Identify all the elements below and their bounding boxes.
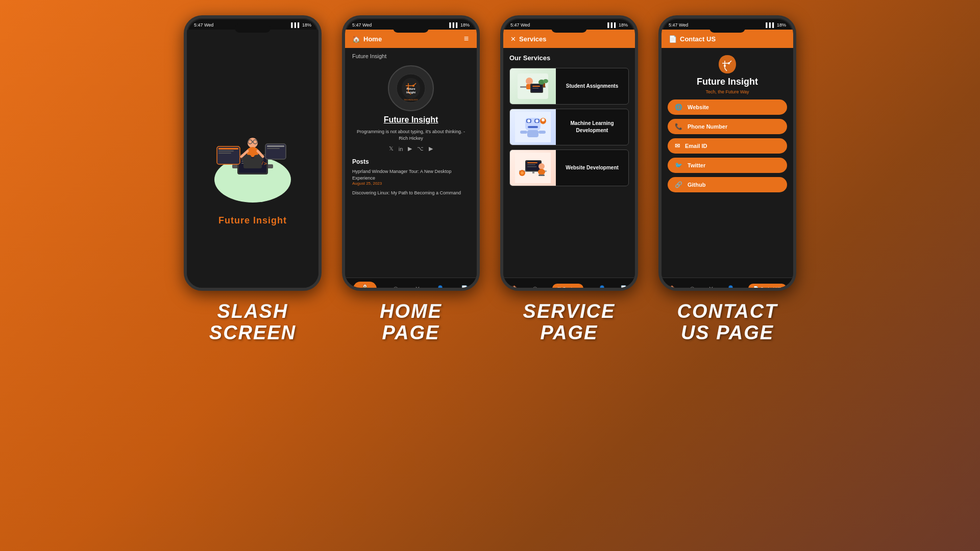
svg-rect-10	[218, 151, 234, 152]
svg-rect-64	[527, 166, 536, 167]
home-tagline: Programming is not about typing, it's ab…	[352, 129, 470, 141]
services-section-title: Our Services	[509, 54, 629, 62]
svg-point-67	[538, 169, 545, 175]
service-card-2[interactable]: Machine Learning Development	[509, 109, 629, 145]
contact-tagline: Tech, the Future Way	[705, 89, 749, 94]
contact-signal: ▌▌▌ 18%	[766, 22, 786, 28]
svg-point-37	[526, 78, 533, 85]
svg-point-66	[538, 163, 545, 169]
contact-logo-area: Future Insight Tech, the Future Way	[697, 54, 758, 94]
website-btn[interactable]: 🌐 Website	[668, 99, 787, 115]
services-icon: ✕	[415, 285, 420, 291]
s-services-label: Services	[563, 286, 579, 291]
services-header: ✕ Services	[503, 30, 635, 48]
services-screen: ✕ Services Our Services	[503, 30, 635, 291]
c-nav-contact[interactable]: 📄 Contact US	[748, 284, 787, 291]
linkedin-icon[interactable]: in	[399, 146, 403, 152]
profile-icon: 👤	[436, 285, 444, 291]
home-signal: ▌▌▌ 18%	[449, 22, 470, 28]
github-btn[interactable]: 🔗 Github	[668, 177, 787, 192]
s-home-icon: 🏠	[510, 285, 518, 291]
post-1-date: August 25, 2023	[352, 181, 470, 186]
service-name-3: Website Development	[556, 164, 628, 171]
phone-label: Phone Number	[688, 123, 727, 130]
services-bottom-nav: 🏠 ◉ ✕ Services 👤 📄	[503, 278, 635, 291]
feed-icon: ◉	[393, 285, 398, 291]
contact-header-title: Contact US	[680, 35, 716, 43]
svg-rect-42	[532, 88, 538, 89]
nav-contact[interactable]: 📄	[461, 285, 469, 291]
svg-rect-65	[532, 171, 534, 173]
s-nav-profile[interactable]: 👤	[598, 285, 606, 291]
svg-rect-52	[528, 126, 538, 128]
nav-feed[interactable]: ◉	[393, 285, 398, 291]
nav-profile[interactable]: 👤	[436, 285, 444, 291]
home-screen: 🏠 Home ≡ Future Insight	[345, 30, 477, 291]
social-icons: 𝕏 in ▶ ⌥ ▶	[389, 145, 433, 152]
svg-point-51	[535, 119, 538, 122]
contact-time: 5:47 Wed	[669, 22, 688, 28]
c-nav-feed[interactable]: ◉	[690, 285, 695, 291]
home-topbar: Future Insight	[352, 53, 470, 59]
splash-label: SLASHSCREEN	[184, 301, 322, 344]
website-label: Website	[688, 104, 709, 110]
phone-btn[interactable]: 📞 Phone Number	[668, 119, 787, 134]
s-nav-feed[interactable]: ◉	[532, 285, 537, 291]
contact-brand-name: Future Insight	[697, 77, 758, 87]
service-card-1[interactable]: Student Assignments	[509, 68, 629, 105]
svg-text:TECHNOLOGY: TECHNOLOGY	[404, 98, 418, 101]
c-contact-icon: 📄	[753, 286, 758, 291]
splash-screen: </>	[187, 30, 318, 291]
nav-services-home[interactable]: ✕	[415, 285, 420, 291]
dev-icon[interactable]: ▶	[408, 145, 412, 152]
twitter-btn[interactable]: 🐦 Twitter	[668, 158, 787, 173]
svg-point-57	[542, 118, 545, 121]
c-nav-home[interactable]: 🏠	[668, 285, 676, 291]
label-contact: CONTACTUS PAGE	[658, 301, 796, 344]
c-nav-profile[interactable]: 👤	[727, 285, 734, 291]
svg-point-70	[521, 171, 524, 174]
svg-rect-55	[538, 131, 546, 134]
service-img-3	[510, 149, 556, 186]
svg-rect-68	[538, 174, 545, 176]
post-item-1[interactable]: Hyprland Window Manager Tour: A New Desk…	[352, 168, 470, 186]
home-logo-circle: TECHNOLOGY Future Insight	[388, 65, 434, 111]
services-label: SERVICEPAGE	[500, 301, 638, 344]
svg-rect-11	[218, 153, 231, 154]
home-icon: 🏠	[352, 35, 360, 43]
contact-label: CONTACTUS PAGE	[658, 301, 796, 344]
svg-rect-14	[267, 148, 280, 149]
services-content: Our Services	[503, 48, 635, 278]
services-header-title: Services	[519, 35, 547, 43]
youtube-icon[interactable]: ▶	[429, 145, 433, 152]
label-home: HOMEPAGE	[342, 301, 480, 344]
s-nav-services[interactable]: ✕ Services	[552, 284, 584, 291]
post-item-2[interactable]: Discovering Linux: My Path to Becoming a…	[352, 190, 470, 196]
svg-rect-53	[527, 130, 538, 137]
github-icon: 🔗	[675, 181, 682, 188]
service-card-3[interactable]: Website Development	[509, 149, 629, 186]
splash-signal: ▌▌▌ 18%	[291, 22, 311, 28]
home-header-title: Home	[363, 35, 382, 43]
c-nav-services[interactable]: ✕	[708, 285, 714, 291]
home-time: 5:47 Wed	[352, 22, 372, 28]
svg-rect-62	[527, 162, 537, 163]
twitter-icon[interactable]: 𝕏	[389, 145, 394, 152]
contact-header-left: 📄 Contact US	[669, 35, 716, 43]
nav-home[interactable]: 🏠 Home	[353, 282, 376, 291]
s-nav-home[interactable]: 🏠	[510, 285, 518, 291]
contact-icon: 📄	[461, 285, 469, 291]
svg-point-50	[527, 119, 530, 122]
twitter-icon: 🐦	[675, 162, 682, 169]
label-splash: SLASHSCREEN	[184, 301, 322, 344]
email-btn[interactable]: ✉ Email ID	[668, 138, 787, 154]
contact-phone-container: 5:47 Wed ▌▌▌ 18% 📄 Contact US	[658, 15, 796, 291]
s-contact-icon: 📄	[620, 285, 628, 291]
services-header-left: ✕ Services	[510, 35, 547, 43]
home-label: HOMEPAGE	[342, 301, 480, 344]
splash-status-bar: 5:47 Wed ▌▌▌ 18%	[187, 18, 318, 30]
github-icon[interactable]: ⌥	[417, 145, 424, 152]
bottom-labels: SLASHSCREEN HOMEPAGE SERVICEPAGE CONTACT…	[0, 291, 980, 349]
s-nav-contact[interactable]: 📄	[620, 285, 628, 291]
home-menu-icon[interactable]: ≡	[464, 34, 470, 43]
